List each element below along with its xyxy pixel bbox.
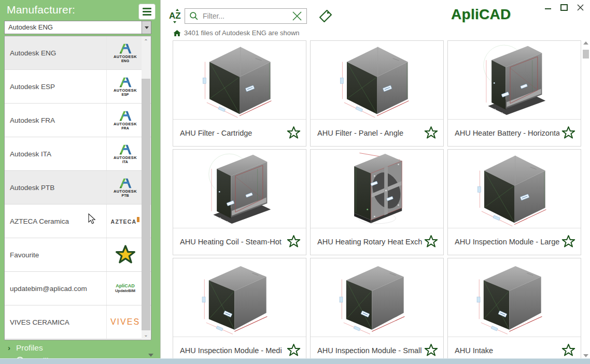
product-title: AHU Heater Battery - Horizonta bbox=[455, 129, 559, 137]
autodesk-icon bbox=[118, 143, 133, 155]
minimize-icon bbox=[545, 8, 551, 9]
card-footer: AHU Heater Battery - Horizonta bbox=[448, 119, 581, 146]
product-preview bbox=[173, 150, 306, 228]
list-item-autodesk-esp[interactable]: Autodesk ESP AUTODESK ESP bbox=[5, 70, 151, 104]
favourite-star-icon[interactable] bbox=[561, 126, 575, 140]
product-title: AHU Heating Rotary Heat Excha bbox=[317, 238, 422, 246]
close-button[interactable] bbox=[575, 3, 585, 12]
search-icon bbox=[189, 11, 199, 21]
scrollbar-thumb[interactable] bbox=[583, 50, 589, 59]
status-row: 3401 files of Autodesk ENG are shown bbox=[173, 29, 300, 37]
manufacturer-list: Autodesk ENG AUTODESK ENG Autodesk ESP A… bbox=[4, 36, 151, 340]
iso-wide-render bbox=[461, 260, 568, 335]
scroll-up-icon[interactable]: ⌃ bbox=[142, 37, 150, 46]
favourite-star-icon[interactable] bbox=[424, 343, 438, 357]
product-preview bbox=[311, 258, 443, 337]
list-item-updatebim[interactable]: updatebim@aplicad.com ApliCAD UpdateBIM bbox=[5, 272, 151, 305]
list-item-autodesk-fra[interactable]: Autodesk FRA AUTODESK FRA bbox=[5, 104, 151, 137]
product-card[interactable]: AHU Intake bbox=[447, 258, 581, 358]
close-icon bbox=[577, 4, 584, 11]
product-preview bbox=[173, 258, 306, 337]
scroll-down-icon[interactable] bbox=[583, 354, 588, 357]
product-card[interactable]: AHU Filter - Cartridge bbox=[173, 40, 306, 147]
filter-search-box[interactable] bbox=[185, 8, 307, 24]
list-item-label: Autodesk ENG bbox=[5, 49, 106, 57]
list-item-autodesk-ptb[interactable]: Autodesk PTB AUTODESK PTB bbox=[5, 171, 151, 205]
product-preview bbox=[448, 258, 581, 337]
home-icon[interactable] bbox=[173, 30, 181, 37]
product-preview bbox=[448, 150, 581, 228]
scroll-down-icon[interactable]: ⌄ bbox=[142, 330, 150, 339]
favourite-star-icon[interactable] bbox=[424, 126, 438, 140]
product-grid: AHU Filter - Cartridge AHU Filter - Pane… bbox=[173, 40, 581, 358]
list-item-label: updatebim@aplicad.com bbox=[5, 285, 106, 293]
product-title: AHU Inspection Module - Large bbox=[455, 238, 559, 246]
content-scrollbar[interactable] bbox=[583, 41, 589, 357]
card-footer: AHU Heating Rotary Heat Excha bbox=[311, 228, 443, 255]
list-item-vives-ceramica[interactable]: VIVES CERAMICA VIVES bbox=[5, 305, 151, 339]
maximize-button[interactable] bbox=[559, 3, 569, 12]
list-item-label: Autodesk FRA bbox=[5, 117, 106, 124]
tag-icon[interactable] bbox=[318, 9, 333, 23]
product-card[interactable]: AHU Inspection Module - Medi bbox=[173, 258, 306, 358]
favourite-star-icon[interactable] bbox=[287, 343, 301, 357]
list-item-label: Autodesk PTB bbox=[5, 184, 106, 192]
iso-cabinet-render bbox=[464, 42, 565, 118]
section-profiles[interactable]: › Profiles bbox=[0, 341, 160, 354]
iso-wide-render bbox=[324, 260, 430, 335]
product-title: AHU Inspection Module - Medi bbox=[180, 346, 285, 355]
list-item-azteca-ceramica[interactable]: AZTECA Ceramica AZTECA bbox=[5, 205, 151, 238]
list-item-autodesk-eng[interactable]: Autodesk ENG AUTODESK ENG bbox=[5, 36, 151, 70]
arrow-up-icon bbox=[176, 9, 179, 11]
manufacturer-sidebar: Manufacturer: Autodesk ENG Autodesk ENG … bbox=[0, 0, 160, 358]
product-card[interactable]: AHU Heating Rotary Heat Excha bbox=[310, 149, 444, 255]
product-card[interactable]: AHU Inspection Module - Small bbox=[310, 258, 444, 358]
favourite-star-icon[interactable] bbox=[287, 235, 301, 249]
content-area: AZ 3401 files of Autodesk ENG are shown … bbox=[160, 0, 590, 358]
list-item-label: VIVES CERAMICA bbox=[5, 318, 106, 326]
filter-input[interactable] bbox=[202, 11, 290, 21]
list-scrollbar[interactable]: ⌃ ⌄ bbox=[142, 37, 150, 339]
autodesk-icon bbox=[118, 76, 133, 88]
product-card[interactable]: AHU Filter - Panel - Angle bbox=[310, 40, 444, 147]
scrollbar-thumb[interactable] bbox=[142, 79, 150, 330]
product-title: AHU Heating Coil - Steam-Hot bbox=[180, 238, 285, 246]
minimize-button[interactable] bbox=[543, 3, 553, 12]
favourite-star-icon[interactable] bbox=[424, 235, 438, 249]
list-item-label: AZTECA Ceramica bbox=[5, 217, 106, 225]
iso-wheel-render bbox=[327, 151, 428, 226]
window-bottom-edge bbox=[0, 358, 590, 364]
card-footer: AHU Heating Coil - Steam-Hot bbox=[173, 228, 306, 255]
product-card[interactable]: AHU Inspection Module - Large bbox=[447, 149, 581, 255]
sort-alphabetical-button[interactable]: AZ bbox=[168, 8, 184, 24]
hamburger-icon bbox=[143, 8, 151, 9]
product-title: AHU Filter - Panel - Angle bbox=[317, 129, 422, 137]
iso-box-render bbox=[185, 42, 294, 118]
list-item-autodesk-ita[interactable]: Autodesk ITA AUTODESK ITA bbox=[5, 137, 151, 171]
status-text: 3401 files of Autodesk ENG are shown bbox=[184, 29, 300, 37]
product-title: AHU Intake bbox=[455, 346, 559, 355]
favourite-star-icon[interactable] bbox=[287, 126, 301, 140]
list-item-favourite[interactable]: Favourite bbox=[5, 238, 151, 272]
favourite-star-icon[interactable] bbox=[561, 343, 575, 357]
menu-button[interactable] bbox=[138, 4, 156, 20]
autodesk-icon bbox=[118, 42, 133, 54]
card-footer: AHU Intake bbox=[448, 337, 581, 358]
product-card[interactable]: AHU Heating Coil - Steam-Hot bbox=[173, 149, 306, 255]
iso-cabinet-render bbox=[189, 151, 290, 226]
combobox-dropdown-button[interactable] bbox=[142, 21, 151, 34]
product-preview bbox=[448, 41, 581, 119]
clear-filter-icon[interactable] bbox=[290, 9, 304, 23]
product-preview bbox=[311, 41, 443, 119]
autodesk-icon bbox=[118, 110, 133, 122]
chevron-right-icon: › bbox=[8, 344, 10, 352]
scroll-up-icon[interactable] bbox=[583, 41, 588, 45]
aplicad-logo: ApliCAD bbox=[451, 6, 511, 23]
product-title: AHU Inspection Module - Small bbox=[317, 346, 422, 355]
favourite-star-icon[interactable] bbox=[561, 235, 575, 249]
product-card[interactable]: AHU Heater Battery - Horizonta bbox=[447, 40, 581, 147]
manufacturer-combobox[interactable]: Autodesk ENG bbox=[4, 21, 151, 34]
card-footer: AHU Filter - Cartridge bbox=[173, 119, 306, 146]
iso-box-render bbox=[322, 42, 431, 118]
sidebar-scroll-down-icon[interactable] bbox=[148, 354, 153, 357]
